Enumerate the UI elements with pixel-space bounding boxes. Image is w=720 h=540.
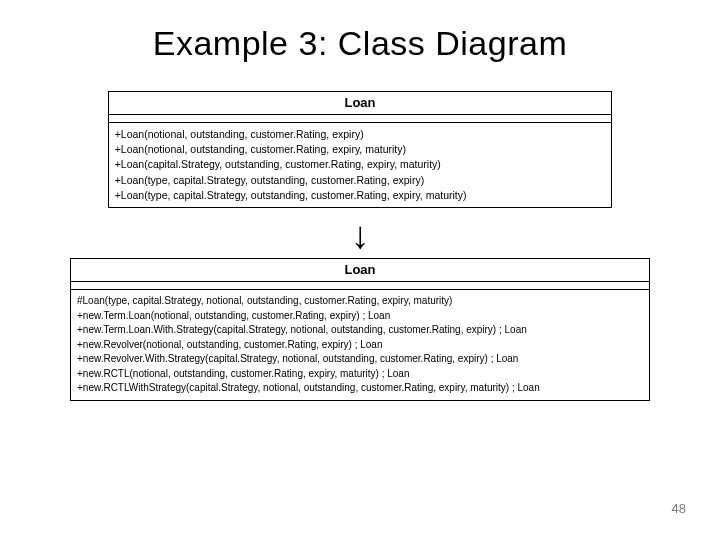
uml-before-operations: +Loan(notional, outstanding, customer.Ra… <box>109 123 612 207</box>
uml-operation: +new.Term.Loan.With.Strategy(capital.Str… <box>77 323 643 338</box>
uml-before-name: Loan <box>109 92 612 115</box>
uml-operation: +Loan(type, capital.Strategy, outstandin… <box>115 188 606 203</box>
uml-operation: #Loan(type, capital.Strategy, notional, … <box>77 294 643 309</box>
uml-operation: +new.Revolver(notional, outstanding, cus… <box>77 338 643 353</box>
page-number: 48 <box>672 501 686 516</box>
uml-operation: +new.RCTLWithStrategy(capital.Strategy, … <box>77 381 643 396</box>
uml-after-name: Loan <box>71 259 649 282</box>
uml-operation: +Loan(type, capital.Strategy, outstandin… <box>115 173 606 188</box>
uml-operation: +Loan(notional, outstanding, customer.Ra… <box>115 142 606 157</box>
uml-operation: +Loan(notional, outstanding, customer.Ra… <box>115 127 606 142</box>
uml-class-after: Loan #Loan(type, capital.Strategy, notio… <box>70 258 650 401</box>
down-arrow-icon: ↓ <box>70 216 650 254</box>
uml-operation: +new.Revolver.With.Strategy(capital.Stra… <box>77 352 643 367</box>
uml-before-attributes <box>109 115 612 123</box>
uml-operation: +new.RCTL(notional, outstanding, custome… <box>77 367 643 382</box>
slide-title: Example 3: Class Diagram <box>0 24 720 63</box>
diagram-content: Loan +Loan(notional, outstanding, custom… <box>0 91 720 401</box>
uml-operation: +new.Term.Loan(notional, outstanding, cu… <box>77 309 643 324</box>
uml-operation: +Loan(capital.Strategy, outstanding, cus… <box>115 157 606 172</box>
uml-class-before: Loan +Loan(notional, outstanding, custom… <box>108 91 613 208</box>
uml-after-operations: #Loan(type, capital.Strategy, notional, … <box>71 290 649 400</box>
uml-after-attributes <box>71 282 649 290</box>
